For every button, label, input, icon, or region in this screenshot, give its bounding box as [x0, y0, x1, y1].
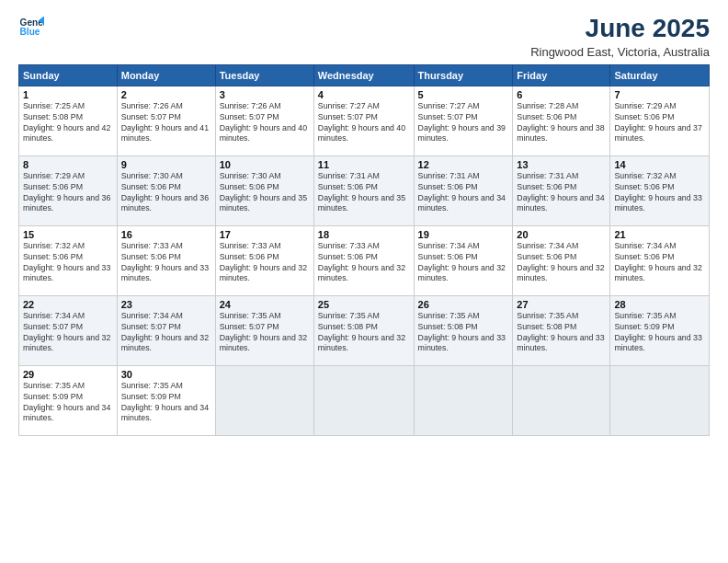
day-info: Sunrise: 7:30 AMSunset: 5:06 PMDaylight:…: [220, 171, 310, 215]
calendar-cell: 21Sunrise: 7:34 AMSunset: 5:06 PMDayligh…: [610, 225, 710, 295]
day-number: 1: [23, 89, 113, 100]
calendar-cell: [215, 365, 313, 435]
logo-icon: General Blue: [18, 15, 44, 40]
day-number: 8: [23, 159, 113, 170]
day-info: Sunrise: 7:27 AMSunset: 5:07 PMDaylight:…: [318, 101, 410, 145]
calendar-cell: [513, 365, 610, 435]
day-info: Sunrise: 7:34 AMSunset: 5:06 PMDaylight:…: [614, 241, 705, 285]
day-info: Sunrise: 7:30 AMSunset: 5:06 PMDaylight:…: [121, 171, 211, 215]
calendar-cell: 23Sunrise: 7:34 AMSunset: 5:07 PMDayligh…: [117, 295, 215, 365]
day-number: 26: [418, 299, 509, 310]
calendar-cell: 19Sunrise: 7:34 AMSunset: 5:06 PMDayligh…: [414, 225, 513, 295]
day-info: Sunrise: 7:35 AMSunset: 5:09 PMDaylight:…: [614, 311, 705, 355]
day-info: Sunrise: 7:35 AMSunset: 5:09 PMDaylight:…: [23, 381, 113, 425]
day-number: 25: [318, 299, 410, 310]
day-info: Sunrise: 7:32 AMSunset: 5:06 PMDaylight:…: [614, 171, 705, 215]
day-info: Sunrise: 7:35 AMSunset: 5:08 PMDaylight:…: [318, 311, 410, 355]
calendar-cell: [313, 365, 414, 435]
calendar-week-2: 8Sunrise: 7:29 AMSunset: 5:06 PMDaylight…: [19, 155, 710, 225]
day-number: 17: [220, 229, 310, 240]
day-number: 12: [418, 159, 509, 170]
calendar-cell: 27Sunrise: 7:35 AMSunset: 5:08 PMDayligh…: [513, 295, 610, 365]
calendar-header-row: Sunday Monday Tuesday Wednesday Thursday…: [19, 64, 710, 86]
day-number: 4: [318, 89, 410, 100]
day-number: 20: [517, 229, 606, 240]
calendar-cell: [414, 365, 513, 435]
svg-text:Blue: Blue: [20, 27, 40, 37]
day-number: 29: [23, 369, 113, 380]
day-number: 28: [614, 299, 705, 310]
calendar-cell: 7Sunrise: 7:29 AMSunset: 5:06 PMDaylight…: [610, 86, 710, 155]
calendar-cell: [610, 365, 710, 435]
day-info: Sunrise: 7:32 AMSunset: 5:06 PMDaylight:…: [23, 241, 113, 285]
day-number: 18: [318, 229, 410, 240]
day-number: 11: [318, 159, 410, 170]
col-saturday: Saturday: [610, 64, 710, 86]
day-info: Sunrise: 7:31 AMSunset: 5:06 PMDaylight:…: [418, 171, 509, 215]
calendar-cell: 26Sunrise: 7:35 AMSunset: 5:08 PMDayligh…: [414, 295, 513, 365]
calendar-cell: 13Sunrise: 7:31 AMSunset: 5:06 PMDayligh…: [513, 155, 610, 225]
calendar-cell: 17Sunrise: 7:33 AMSunset: 5:06 PMDayligh…: [215, 225, 313, 295]
calendar-cell: 5Sunrise: 7:27 AMSunset: 5:07 PMDaylight…: [414, 86, 513, 155]
day-info: Sunrise: 7:26 AMSunset: 5:07 PMDaylight:…: [220, 101, 310, 145]
calendar-cell: 12Sunrise: 7:31 AMSunset: 5:06 PMDayligh…: [414, 155, 513, 225]
day-info: Sunrise: 7:29 AMSunset: 5:06 PMDaylight:…: [614, 101, 705, 145]
day-info: Sunrise: 7:34 AMSunset: 5:07 PMDaylight:…: [121, 311, 211, 355]
calendar-cell: 22Sunrise: 7:34 AMSunset: 5:07 PMDayligh…: [19, 295, 118, 365]
day-number: 9: [121, 159, 211, 170]
calendar-week-4: 22Sunrise: 7:34 AMSunset: 5:07 PMDayligh…: [19, 295, 710, 365]
day-info: Sunrise: 7:28 AMSunset: 5:06 PMDaylight:…: [517, 101, 606, 145]
calendar-cell: 8Sunrise: 7:29 AMSunset: 5:06 PMDaylight…: [19, 155, 118, 225]
calendar-cell: 10Sunrise: 7:30 AMSunset: 5:06 PMDayligh…: [215, 155, 313, 225]
day-info: Sunrise: 7:35 AMSunset: 5:07 PMDaylight:…: [220, 311, 310, 355]
day-number: 30: [121, 369, 211, 380]
logo: General Blue: [18, 15, 44, 40]
day-number: 23: [121, 299, 211, 310]
calendar-cell: 1Sunrise: 7:25 AMSunset: 5:08 PMDaylight…: [19, 86, 118, 155]
day-number: 24: [220, 299, 310, 310]
day-number: 14: [614, 159, 705, 170]
day-info: Sunrise: 7:33 AMSunset: 5:06 PMDaylight:…: [318, 241, 410, 285]
calendar-week-3: 15Sunrise: 7:32 AMSunset: 5:06 PMDayligh…: [19, 225, 710, 295]
calendar-cell: 9Sunrise: 7:30 AMSunset: 5:06 PMDaylight…: [117, 155, 215, 225]
calendar-table: Sunday Monday Tuesday Wednesday Thursday…: [18, 64, 710, 436]
calendar-cell: 4Sunrise: 7:27 AMSunset: 5:07 PMDaylight…: [313, 86, 414, 155]
day-info: Sunrise: 7:35 AMSunset: 5:09 PMDaylight:…: [121, 381, 211, 425]
location: Ringwood East, Victoria, Australia: [530, 45, 710, 59]
day-info: Sunrise: 7:35 AMSunset: 5:08 PMDaylight:…: [418, 311, 509, 355]
day-info: Sunrise: 7:27 AMSunset: 5:07 PMDaylight:…: [418, 101, 509, 145]
day-number: 16: [121, 229, 211, 240]
calendar-cell: 15Sunrise: 7:32 AMSunset: 5:06 PMDayligh…: [19, 225, 118, 295]
day-info: Sunrise: 7:31 AMSunset: 5:06 PMDaylight:…: [517, 171, 606, 215]
day-number: 22: [23, 299, 113, 310]
calendar-week-1: 1Sunrise: 7:25 AMSunset: 5:08 PMDaylight…: [19, 86, 710, 155]
day-number: 3: [220, 89, 310, 100]
day-info: Sunrise: 7:34 AMSunset: 5:06 PMDaylight:…: [517, 241, 606, 285]
day-number: 15: [23, 229, 113, 240]
day-number: 21: [614, 229, 705, 240]
day-info: Sunrise: 7:33 AMSunset: 5:06 PMDaylight:…: [220, 241, 310, 285]
col-monday: Monday: [117, 64, 215, 86]
calendar-cell: 18Sunrise: 7:33 AMSunset: 5:06 PMDayligh…: [313, 225, 414, 295]
day-info: Sunrise: 7:26 AMSunset: 5:07 PMDaylight:…: [121, 101, 211, 145]
col-wednesday: Wednesday: [313, 64, 414, 86]
day-info: Sunrise: 7:29 AMSunset: 5:06 PMDaylight:…: [23, 171, 113, 215]
day-info: Sunrise: 7:25 AMSunset: 5:08 PMDaylight:…: [23, 101, 113, 145]
calendar-cell: 24Sunrise: 7:35 AMSunset: 5:07 PMDayligh…: [215, 295, 313, 365]
calendar-cell: 28Sunrise: 7:35 AMSunset: 5:09 PMDayligh…: [610, 295, 710, 365]
day-info: Sunrise: 7:34 AMSunset: 5:07 PMDaylight:…: [23, 311, 113, 355]
day-info: Sunrise: 7:35 AMSunset: 5:08 PMDaylight:…: [517, 311, 606, 355]
day-number: 6: [517, 89, 606, 100]
title-block: June 2025 Ringwood East, Victoria, Austr…: [530, 15, 710, 59]
calendar-cell: 2Sunrise: 7:26 AMSunset: 5:07 PMDaylight…: [117, 86, 215, 155]
day-number: 27: [517, 299, 606, 310]
col-tuesday: Tuesday: [215, 64, 313, 86]
day-number: 5: [418, 89, 509, 100]
day-number: 7: [614, 89, 705, 100]
page: General Blue June 2025 Ringwood East, Vi…: [0, 0, 728, 563]
month-title: June 2025: [530, 15, 710, 43]
calendar-week-5: 29Sunrise: 7:35 AMSunset: 5:09 PMDayligh…: [19, 365, 710, 435]
day-info: Sunrise: 7:34 AMSunset: 5:06 PMDaylight:…: [418, 241, 509, 285]
col-friday: Friday: [513, 64, 610, 86]
calendar-cell: 29Sunrise: 7:35 AMSunset: 5:09 PMDayligh…: [19, 365, 118, 435]
